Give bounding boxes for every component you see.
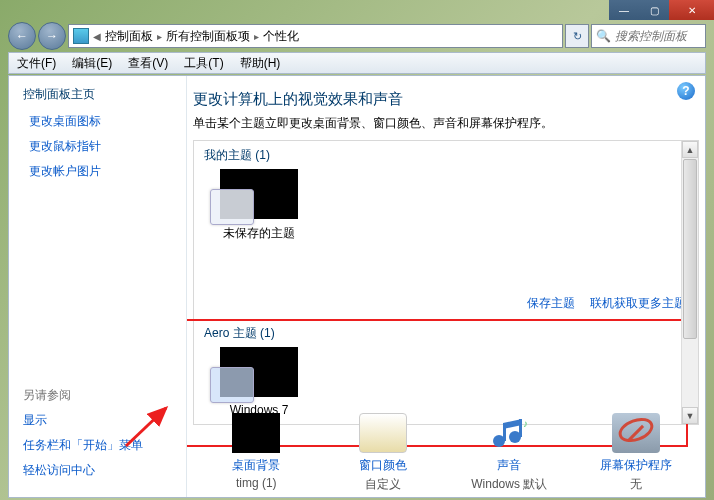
search-box[interactable]: 🔍 (591, 24, 706, 48)
option-value: 无 (581, 476, 691, 493)
theme-actions: 保存主题 联机获取更多主题 (515, 295, 686, 312)
breadcrumb[interactable]: ◀ 控制面板 ▸ 所有控制面板项 ▸ 个性化 (68, 24, 563, 48)
window-minimize-button[interactable]: — (609, 0, 639, 20)
sound-icon: ♪ (485, 413, 533, 453)
window-maximize-button[interactable]: ▢ (639, 0, 669, 20)
menu-edit[interactable]: 编辑(E) (64, 55, 120, 72)
main-content: ? 更改计算机上的视觉效果和声音 单击某个主题立即更改桌面背景、窗口颜色、声音和… (187, 76, 705, 497)
breadcrumb-item[interactable]: 控制面板 (105, 28, 153, 45)
page-subtitle: 单击某个主题立即更改桌面背景、窗口颜色、声音和屏幕保护程序。 (193, 115, 705, 132)
sidebar-link-desktop-icons[interactable]: 更改桌面图标 (29, 113, 172, 130)
sidebar-link-ease-of-access[interactable]: 轻松访问中心 (23, 462, 172, 479)
option-title: 屏幕保护程序 (581, 457, 691, 474)
nav-forward-button[interactable]: → (38, 22, 66, 50)
control-panel-icon (73, 28, 89, 44)
option-value: 自定义 (328, 476, 438, 493)
scrollbar[interactable]: ▲ ▼ (681, 141, 698, 424)
desktop-background-icon (232, 413, 280, 453)
option-value: timg (1) (201, 476, 311, 490)
menu-help[interactable]: 帮助(H) (232, 55, 289, 72)
themes-panel: 我的主题 (1) 未保存的主题 保存主题 联机获取更多主题 Aero 主题 (1… (193, 140, 699, 425)
sidebar-link-display[interactable]: 显示 (23, 412, 172, 429)
chevron-left-icon: ◀ (93, 31, 101, 42)
theme-thumbnail (220, 169, 298, 219)
option-title: 桌面背景 (201, 457, 311, 474)
theme-item-unsaved[interactable]: 未保存的主题 (214, 169, 304, 242)
sidebar-header: 控制面板主页 (23, 86, 172, 103)
chevron-right-icon: ▸ (157, 31, 162, 42)
menu-tools[interactable]: 工具(T) (176, 55, 231, 72)
theme-label: 未保存的主题 (214, 225, 304, 242)
page-title: 更改计算机上的视觉效果和声音 (193, 90, 705, 109)
option-desktop-background[interactable]: 桌面背景 timg (1) (201, 413, 311, 493)
see-also-label: 另请参阅 (23, 387, 172, 404)
window-color-icon (359, 413, 407, 453)
my-themes-label: 我的主题 (1) (204, 147, 270, 164)
breadcrumb-item[interactable]: 个性化 (263, 28, 299, 45)
theme-item-windows7[interactable]: Windows 7 (214, 347, 304, 417)
option-window-color[interactable]: 窗口颜色 自定义 (328, 413, 438, 493)
breadcrumb-item[interactable]: 所有控制面板项 (166, 28, 250, 45)
window-close-button[interactable]: ✕ (669, 0, 714, 20)
search-input[interactable] (615, 29, 701, 43)
menu-bar: 文件(F) 编辑(E) 查看(V) 工具(T) 帮助(H) (8, 52, 706, 74)
save-theme-link[interactable]: 保存主题 (527, 296, 575, 310)
option-sounds[interactable]: ♪ 声音 Windows 默认 (454, 413, 564, 493)
sidebar-link-taskbar[interactable]: 任务栏和「开始」菜单 (23, 437, 172, 454)
svg-text:♪: ♪ (523, 418, 528, 429)
search-icon: 🔍 (596, 29, 611, 43)
nav-back-button[interactable]: ← (8, 22, 36, 50)
screensaver-icon (612, 413, 660, 453)
help-icon[interactable]: ? (677, 82, 695, 100)
theme-thumbnail (220, 347, 298, 397)
option-title: 窗口颜色 (328, 457, 438, 474)
chevron-right-icon: ▸ (254, 31, 259, 42)
sidebar-link-mouse-pointers[interactable]: 更改鼠标指针 (29, 138, 172, 155)
sidebar-link-account-picture[interactable]: 更改帐户图片 (29, 163, 172, 180)
menu-file[interactable]: 文件(F) (9, 55, 64, 72)
option-screensaver[interactable]: 屏幕保护程序 无 (581, 413, 691, 493)
option-value: Windows 默认 (454, 476, 564, 493)
refresh-button[interactable]: ↻ (565, 24, 589, 48)
aero-themes-label: Aero 主题 (1) (204, 325, 275, 342)
more-themes-link[interactable]: 联机获取更多主题 (590, 296, 686, 310)
menu-view[interactable]: 查看(V) (120, 55, 176, 72)
scroll-thumb[interactable] (683, 159, 697, 339)
scroll-up-button[interactable]: ▲ (682, 141, 698, 158)
option-title: 声音 (454, 457, 564, 474)
sidebar: 控制面板主页 更改桌面图标 更改鼠标指针 更改帐户图片 另请参阅 显示 任务栏和… (9, 76, 187, 497)
